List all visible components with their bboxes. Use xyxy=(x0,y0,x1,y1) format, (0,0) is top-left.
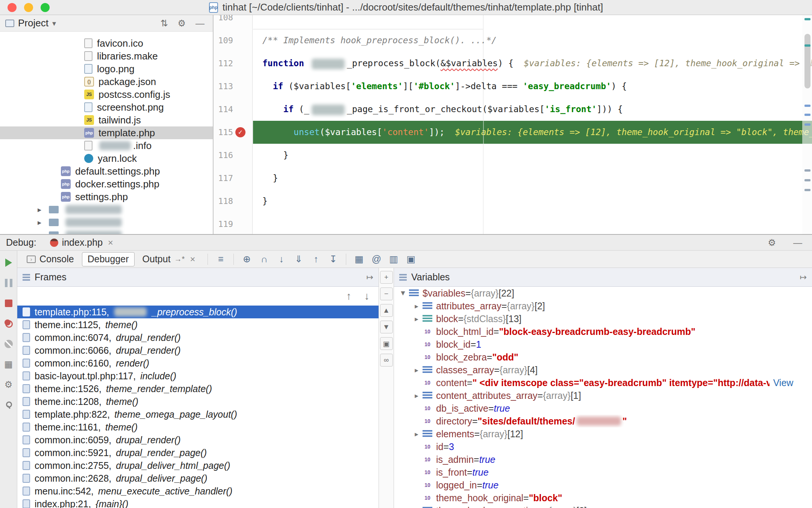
frame-row[interactable]: common.inc:2628, drupal_deliver_page() xyxy=(17,472,379,485)
restore-layout-button[interactable]: ▣ xyxy=(403,252,418,266)
editor-line-117[interactable]: 117 } xyxy=(214,167,812,190)
settings-button[interactable]: ⚙ xyxy=(3,379,15,391)
expand-icon[interactable]: ▸ xyxy=(411,302,423,310)
editor-line-116[interactable]: 116 } xyxy=(214,144,812,167)
tree-item-logo-png[interactable]: logo.png xyxy=(0,62,213,75)
frame-row[interactable]: theme.inc:1526, theme_render_template() xyxy=(17,382,379,395)
evaluate-at-button[interactable]: @ xyxy=(369,252,384,266)
variable-row[interactable]: 10block_html_id = "block-easy-breadcrumb… xyxy=(394,325,812,338)
pin-button[interactable] xyxy=(3,399,15,411)
add-watch-button[interactable]: + xyxy=(380,271,393,284)
frame-row[interactable]: menu.inc:542, menu_execute_active_handle… xyxy=(17,485,379,497)
variable-row[interactable]: 10theme_hook_original = "block" xyxy=(394,491,812,504)
expand-icon[interactable]: ▸ xyxy=(411,315,423,323)
columns-button[interactable]: ▥ xyxy=(386,252,401,266)
variable-row[interactable]: 10block_zebra = "odd" xyxy=(394,351,812,364)
variable-row[interactable]: ▸elements = {array} [12] xyxy=(394,427,812,440)
variable-row[interactable]: 10is_front = true xyxy=(394,466,812,479)
variable-row[interactable]: 10logged_in = true xyxy=(394,479,812,491)
view-link[interactable]: View xyxy=(773,377,794,388)
frame-row[interactable]: common.inc:6066, drupal_render() xyxy=(17,344,379,357)
editor-line-119[interactable]: 119 xyxy=(214,213,812,234)
frame-row[interactable]: template.php:822, theme_omega_page_layou… xyxy=(17,408,379,421)
zoom-button[interactable] xyxy=(41,3,50,12)
variable-row[interactable]: 10block_id = 1 xyxy=(394,338,812,351)
variable-row[interactable]: 10is_admin = true xyxy=(394,453,812,466)
next-frame-button[interactable]: ↓ xyxy=(364,290,370,302)
tree-item-template-php[interactable]: phptemplate.php xyxy=(0,126,213,139)
show-execution-point-button[interactable]: ⊕ xyxy=(239,252,254,266)
stop-button[interactable] xyxy=(3,297,15,309)
frame-row[interactable]: template.php:115, _preprocess_block() xyxy=(17,306,379,318)
breakpoint-icon[interactable]: ✓ xyxy=(235,127,245,137)
close-tab-button[interactable]: × xyxy=(188,254,197,265)
frame-row[interactable]: common.inc:6059, drupal_render() xyxy=(17,433,379,446)
editor-line-118[interactable]: 118} xyxy=(214,190,812,213)
frame-row[interactable]: common.inc:5921, drupal_render_page() xyxy=(17,446,379,459)
editor-line-114[interactable]: 114 if (__page_is_front_or_checkout($var… xyxy=(214,98,812,121)
close-button[interactable] xyxy=(8,3,17,12)
variable-row[interactable]: ▸block = {stdClass} [13] xyxy=(394,312,812,325)
debug-settings-button[interactable]: ⚙ xyxy=(764,237,780,248)
variable-row[interactable]: ▸attributes_array = {array} [2] xyxy=(394,300,812,312)
step-into-button[interactable]: ↓ xyxy=(274,252,289,266)
hide-debug-button[interactable]: — xyxy=(789,237,806,248)
run-to-cursor-button[interactable]: ↧ xyxy=(326,252,341,266)
frame-row[interactable]: common.inc:6160, render() xyxy=(17,357,379,370)
view-as-table-button[interactable]: ▦ xyxy=(351,252,367,266)
collapse-all-button[interactable]: ⇅ xyxy=(157,18,171,29)
previous-frame-button[interactable]: ↑ xyxy=(346,290,351,302)
frame-row[interactable]: common.inc:2755, drupal_deliver_html_pag… xyxy=(17,459,379,472)
pin-tab-icon[interactable]: →* xyxy=(174,255,185,263)
expand-icon[interactable]: ▸ xyxy=(411,430,423,438)
down-button[interactable]: ▼ xyxy=(380,321,393,333)
hide-variables-icon[interactable]: ↦ xyxy=(800,272,807,282)
tree-item-favicon-ico[interactable]: favicon.ico xyxy=(0,37,213,50)
editor-line-108[interactable]: 108 xyxy=(214,15,812,29)
tab-debugger[interactable]: Debugger xyxy=(82,252,135,266)
folder-expander-icon[interactable]: ▸ xyxy=(38,231,49,234)
frame-row[interactable]: basic-layout.tpl.php:117, include() xyxy=(17,370,379,382)
resume-button[interactable] xyxy=(3,257,15,269)
layout-button[interactable]: ▦ xyxy=(3,358,15,370)
variable-row[interactable]: ▸classes_array = {array} [4] xyxy=(394,364,812,376)
folder-expander-icon[interactable]: ▸ xyxy=(38,218,49,227)
pause-button[interactable] xyxy=(3,277,15,289)
chevron-down-icon[interactable]: ▾ xyxy=(52,19,56,28)
step-out-button[interactable]: ↑ xyxy=(308,252,323,266)
variable-row[interactable]: ▼$variables = {array} [22] xyxy=(394,287,812,300)
tree-item-docker-settings-php[interactable]: phpdocker.settings.php xyxy=(0,178,213,190)
remove-watch-button[interactable]: − xyxy=(380,287,393,300)
tree-item-libraries-make[interactable]: libraries.make xyxy=(0,50,213,62)
editor-line-113[interactable]: 113 if ($variables['elements']['#block']… xyxy=(214,75,812,98)
variable-row[interactable]: 10content = " <div itemscope class="easy… xyxy=(394,376,812,389)
project-settings-button[interactable]: ⚙ xyxy=(174,18,189,29)
tree-item-folder[interactable]: ▸ xyxy=(0,229,213,234)
tab-output[interactable]: Output→*× xyxy=(137,252,203,266)
frame-row[interactable]: index.php:21, {main}() xyxy=(17,497,379,508)
editor-line-109[interactable]: 109/** Implements hook_preprocess_block(… xyxy=(214,29,812,52)
tree-item-screenshot-png[interactable]: screenshot.png xyxy=(0,101,213,114)
frame-row[interactable]: theme.inc:1208, theme() xyxy=(17,395,379,408)
tree-item-tailwind-js[interactable]: JStailwind.js xyxy=(0,114,213,126)
expand-icon[interactable]: ▸ xyxy=(411,366,423,374)
step-over-button[interactable]: ∩ xyxy=(256,252,271,266)
tree-item-folder[interactable]: ▸ xyxy=(0,216,213,229)
tree-item-folder[interactable]: ▸ xyxy=(0,203,213,216)
variable-row[interactable]: ▸content_attributes_array = {array} [1] xyxy=(394,389,812,402)
tree-item-info[interactable]: .info xyxy=(0,139,213,152)
up-button[interactable]: ▲ xyxy=(380,304,393,317)
minimize-button[interactable] xyxy=(24,3,33,12)
variable-row[interactable]: ▸theme_hook_suggestions = {array} [2] xyxy=(394,504,812,508)
editor-line-112[interactable]: 112function _preprocess_block(&$variable… xyxy=(214,52,812,75)
variable-row[interactable]: 10db_is_active = true xyxy=(394,402,812,415)
scrollbar-thumb[interactable] xyxy=(804,34,810,88)
close-session-icon[interactable]: × xyxy=(106,237,115,248)
editor[interactable]: 108109/** Implements hook_preprocess_blo… xyxy=(214,15,812,234)
tab-console[interactable]: ›Console xyxy=(21,252,80,266)
tree-item-yarn-lock[interactable]: yarn.lock xyxy=(0,152,213,165)
frame-row[interactable]: common.inc:6074, drupal_render() xyxy=(17,331,379,344)
hide-frames-icon[interactable]: ↦ xyxy=(367,272,373,282)
variable-row[interactable]: 10id = 3 xyxy=(394,440,812,453)
tree-item-postcss-config-js[interactable]: JSpostcss.config.js xyxy=(0,88,213,101)
